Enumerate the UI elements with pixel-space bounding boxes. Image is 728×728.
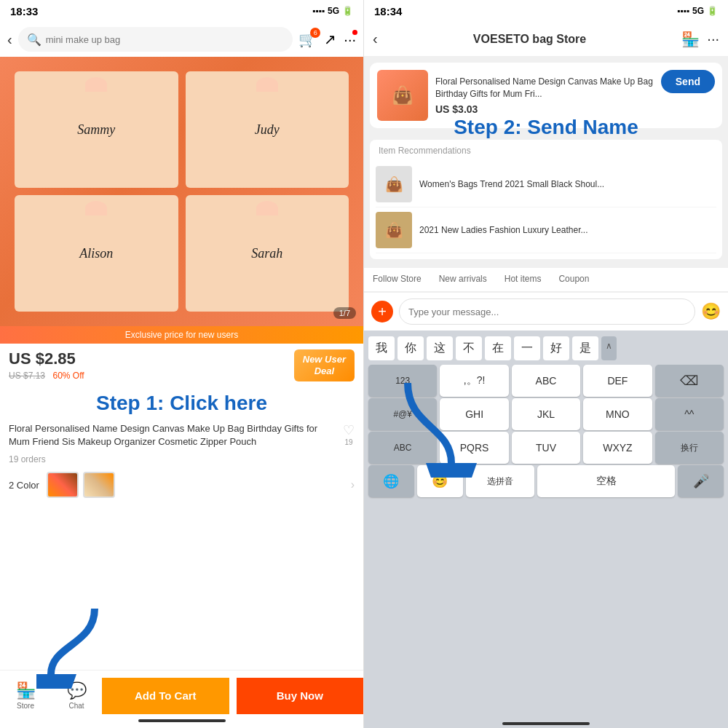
color-swatch-orange[interactable] bbox=[47, 472, 79, 498]
orders-count: 19 orders bbox=[0, 451, 363, 467]
plus-button[interactable]: + bbox=[371, 301, 393, 323]
quick-phrase-6[interactable]: 好 bbox=[543, 336, 569, 360]
quick-phrase-7[interactable]: 是 bbox=[572, 336, 598, 360]
key-delete[interactable]: ⌫ bbox=[655, 365, 724, 397]
quick-phrase-0[interactable]: 我 bbox=[368, 336, 395, 360]
key-123[interactable]: 123 bbox=[368, 365, 437, 397]
color-swatch-beige[interactable] bbox=[83, 472, 115, 498]
keyboard-row-2: #@¥ GHI JKL MNO ^^ bbox=[367, 398, 725, 430]
rec-item-0: 👜 Women's Bags Trend 2021 Small Black Sh… bbox=[376, 162, 716, 207]
tab-hot-items[interactable]: Hot items bbox=[496, 268, 550, 291]
rec-thumb-1: 👜 bbox=[376, 212, 412, 248]
rec-item-title-0: Women's Bags Trend 2021 Small Black Shou… bbox=[419, 178, 716, 191]
quick-phrase-5[interactable]: 一 bbox=[514, 336, 540, 360]
store-nav-item[interactable]: 🏪 Store bbox=[0, 681, 51, 717]
discount-tag: 60% Off bbox=[53, 371, 84, 381]
key-mic[interactable]: 🎤 bbox=[678, 465, 724, 497]
home-indicator-right bbox=[502, 722, 590, 725]
rec-item-1: 👜 2021 New Ladies Fashion Luxury Leather… bbox=[376, 207, 716, 253]
keyboard-area: 我 你 这 不 在 一 好 是 ∧ 123 ,。?! ABC DEF ⌫ #@¥… bbox=[364, 331, 728, 728]
key-tuv[interactable]: TUV bbox=[512, 432, 580, 464]
cart-icon-wrapper[interactable]: 🛒 6 bbox=[298, 31, 317, 48]
back-button-right[interactable]: ‹ bbox=[373, 31, 378, 47]
key-jkl[interactable]: JKL bbox=[512, 398, 580, 430]
quick-phrases-row: 我 你 这 不 在 一 好 是 ∧ bbox=[367, 336, 725, 363]
key-symbols[interactable]: #@¥ bbox=[368, 398, 437, 430]
store-shop-icon[interactable]: 🏪 bbox=[681, 31, 700, 48]
signal-bars-right: ▪▪▪▪ bbox=[677, 6, 689, 16]
time-left: 18:33 bbox=[10, 5, 38, 17]
quick-phrase-2[interactable]: 这 bbox=[427, 336, 453, 360]
add-to-cart-button[interactable]: Add To Cart bbox=[102, 678, 229, 714]
price-left: US $2.85 US $7.13 60% Off bbox=[9, 349, 84, 381]
bag-name-alison: Alison bbox=[79, 246, 113, 261]
key-huanhang[interactable]: 换行 bbox=[655, 432, 724, 464]
key-carets[interactable]: ^^ bbox=[655, 398, 724, 430]
status-bar-left: 18:33 ▪▪▪▪ 5G 🔋 bbox=[0, 0, 363, 22]
more-icon-right[interactable]: ··· bbox=[707, 31, 719, 48]
key-pqrs[interactable]: PQRS bbox=[440, 432, 508, 464]
key-punct[interactable]: ,。?! bbox=[440, 365, 508, 397]
keyboard-row-1: 123 ,。?! ABC DEF ⌫ bbox=[367, 365, 725, 397]
network-type-left: 5G bbox=[328, 6, 339, 16]
quick-phrase-3[interactable]: 不 bbox=[456, 336, 482, 360]
original-price-row: US $7.13 60% Off bbox=[9, 368, 84, 381]
wishlist-button[interactable]: ♡ 19 bbox=[343, 422, 355, 446]
message-input[interactable] bbox=[399, 298, 695, 325]
emoji-button[interactable]: 😊 bbox=[701, 302, 721, 321]
key-abc-row1[interactable]: ABC bbox=[512, 365, 580, 397]
search-bar[interactable]: 🔍 bbox=[18, 27, 293, 52]
top-nav-left: ‹ 🔍 🛒 6 ↗ ··· bbox=[0, 22, 363, 57]
more-icon[interactable]: ··· bbox=[344, 31, 356, 48]
key-globe[interactable]: 🌐 bbox=[368, 465, 414, 497]
key-space[interactable]: 空格 bbox=[537, 465, 675, 497]
store-label: Store bbox=[17, 702, 34, 710]
quick-phrase-4[interactable]: 在 bbox=[485, 336, 511, 360]
bag-name-judy: Judy bbox=[255, 122, 280, 138]
chevron-up-icon[interactable]: ∧ bbox=[601, 336, 617, 360]
battery-icon-right: 🔋 bbox=[707, 6, 718, 16]
action-buttons: Add To Cart Buy Now bbox=[102, 678, 363, 714]
current-price: US $2.85 bbox=[9, 349, 84, 368]
chat-label: Chat bbox=[68, 702, 84, 710]
left-panel: 18:33 ▪▪▪▪ 5G 🔋 ‹ 🔍 🛒 6 ↗ ··· bbox=[0, 0, 364, 728]
bag-item-judy: Judy bbox=[186, 71, 349, 188]
buy-now-button[interactable]: Buy Now bbox=[237, 678, 364, 714]
page-indicator: 1/7 bbox=[333, 307, 356, 319]
key-emoji-kb[interactable]: 😊 bbox=[417, 465, 463, 497]
product-image-area: Sammy Judy Alison Sarah 1/7 bbox=[0, 57, 363, 326]
battery-icon-left: 🔋 bbox=[342, 6, 353, 16]
bag-item-alison: Alison bbox=[15, 195, 178, 312]
product-card-chat-title: Floral Personalised Name Design Canvas M… bbox=[435, 76, 654, 100]
key-mno[interactable]: MNO bbox=[583, 398, 652, 430]
color-label: 2 Color bbox=[9, 480, 39, 491]
bag-name-sammy: Sammy bbox=[77, 122, 115, 138]
rec-section-title: Item Recommendations bbox=[376, 146, 716, 156]
tab-follow-store[interactable]: Follow Store bbox=[364, 268, 430, 291]
send-button[interactable]: Send bbox=[661, 70, 715, 93]
back-button-left[interactable]: ‹ bbox=[7, 31, 12, 48]
right-top-nav: ‹ VOESETO bag Store 🏪 ··· bbox=[364, 22, 728, 57]
signal-bars-left: ▪▪▪▪ bbox=[312, 6, 325, 16]
more-badge bbox=[352, 30, 357, 35]
color-swatches bbox=[47, 472, 351, 498]
quick-phrase-1[interactable]: 你 bbox=[397, 336, 424, 360]
key-xuanpinyin[interactable]: 选拼音 bbox=[466, 465, 534, 497]
key-abc-row3[interactable]: ABC bbox=[368, 432, 437, 464]
tab-coupon[interactable]: Coupon bbox=[550, 268, 598, 291]
key-ghi[interactable]: GHI bbox=[440, 398, 508, 430]
exclusive-banner: Exclusive price for new users bbox=[0, 326, 363, 344]
chat-nav-item[interactable]: 💬 Chat bbox=[51, 681, 102, 717]
home-indicator-left bbox=[138, 719, 226, 722]
store-tabs: Follow Store New arrivals Hot items Coup… bbox=[364, 268, 728, 292]
key-wxyz[interactable]: WXYZ bbox=[583, 432, 652, 464]
store-icon: 🏪 bbox=[16, 681, 36, 700]
search-input[interactable] bbox=[46, 34, 285, 45]
tab-new-arrivals[interactable]: New arrivals bbox=[430, 268, 496, 291]
status-bar-right: 18:34 ▪▪▪▪ 5G 🔋 bbox=[364, 0, 728, 22]
search-icon: 🔍 bbox=[27, 33, 41, 47]
key-def[interactable]: DEF bbox=[583, 365, 652, 397]
share-icon[interactable]: ↗ bbox=[324, 31, 336, 48]
rec-info-0: Women's Bags Trend 2021 Small Black Shou… bbox=[419, 178, 716, 191]
store-nav-icons: 🏪 ··· bbox=[681, 31, 719, 48]
